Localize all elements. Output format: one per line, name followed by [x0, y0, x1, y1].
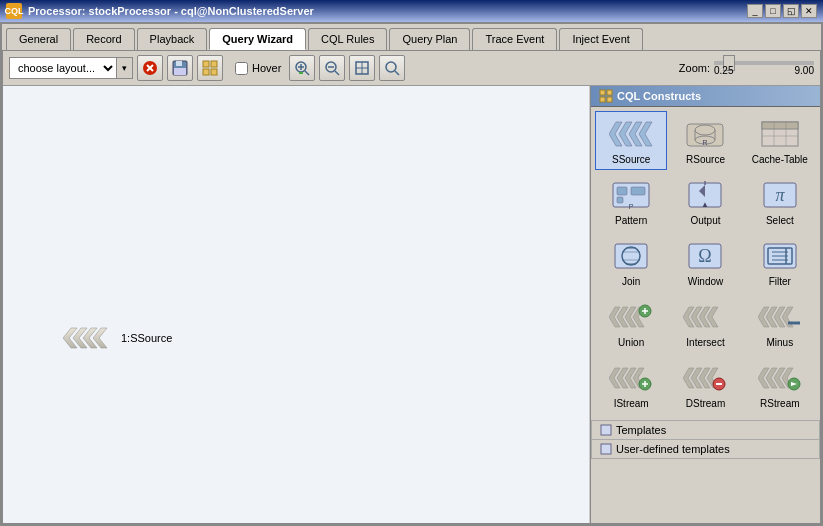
zoom-values: 0.25 9.00 — [714, 65, 814, 76]
constructs-panel: CQL Constructs — [590, 86, 820, 523]
ssource-construct-icon — [609, 116, 653, 152]
rstream-label-text: RStream — [760, 398, 799, 409]
output-label-text: Output — [690, 215, 720, 226]
svg-text:Ω: Ω — [699, 246, 712, 266]
search-button[interactable] — [379, 55, 405, 81]
dstream-label-text: DStream — [686, 398, 725, 409]
istream-label-text: IStream — [614, 398, 649, 409]
tab-general[interactable]: General — [6, 28, 71, 50]
tab-cql-rules[interactable]: CQL Rules — [308, 28, 387, 50]
construct-output[interactable]: ▲ Output — [669, 172, 741, 231]
save-button[interactable] — [167, 55, 193, 81]
templates-label: Templates — [616, 424, 666, 436]
toolbar: choose layout... horizontal vertical tre… — [3, 51, 820, 86]
pattern-construct-icon: P — [609, 177, 653, 213]
rsource-label-text: RSource — [686, 154, 725, 165]
construct-istream[interactable]: IStream — [595, 355, 667, 414]
construct-minus[interactable]: Minus — [744, 294, 816, 353]
filter-construct-icon — [758, 238, 802, 274]
zoom-in-button[interactable] — [289, 55, 315, 81]
tab-playback[interactable]: Playback — [137, 28, 208, 50]
minus-label-text: Minus — [766, 337, 793, 348]
zoom-out-button[interactable] — [319, 55, 345, 81]
zoom-slider-container[interactable]: 0.25 9.00 — [714, 61, 814, 76]
construct-join[interactable]: Join — [595, 233, 667, 292]
construct-union[interactable]: Union — [595, 294, 667, 353]
svg-rect-8 — [203, 69, 209, 75]
svg-rect-28 — [607, 90, 612, 95]
close-button[interactable]: ✕ — [801, 4, 817, 18]
window-controls[interactable]: _ □ ◱ ✕ — [747, 4, 817, 18]
join-label-text: Join — [622, 276, 640, 287]
svg-rect-27 — [600, 90, 605, 95]
output-construct-icon: ▲ — [683, 177, 727, 213]
window-title: Processor: stockProcessor - cql@NonClust… — [28, 5, 314, 17]
svg-rect-30 — [607, 97, 612, 102]
svg-line-11 — [305, 71, 309, 75]
layout-dropdown-arrow[interactable]: ▾ — [117, 57, 133, 79]
tab-query-plan[interactable]: Query Plan — [389, 28, 470, 50]
layout-select-wrap[interactable]: choose layout... horizontal vertical tre… — [9, 57, 133, 79]
construct-intersect[interactable]: Intersect — [669, 294, 741, 353]
tab-content: choose layout... horizontal vertical tre… — [2, 50, 821, 524]
pattern-label-text: Pattern — [615, 215, 647, 226]
svg-rect-49 — [617, 197, 623, 203]
user-defined-templates-label: User-defined templates — [616, 443, 730, 455]
ssource-element[interactable]: 1:SSource — [63, 326, 172, 350]
grid-button[interactable] — [197, 55, 223, 81]
union-construct-icon — [609, 299, 653, 335]
svg-rect-7 — [211, 61, 217, 67]
cache-table-construct-icon — [758, 116, 802, 152]
istream-construct-icon — [609, 360, 653, 396]
restore-button[interactable]: ◱ — [783, 4, 799, 18]
construct-dstream[interactable]: DStream — [669, 355, 741, 414]
app-icon: CQL — [6, 3, 22, 19]
construct-ssource[interactable]: SSource — [595, 111, 667, 170]
minimize-button[interactable]: _ — [747, 4, 763, 18]
tab-query-wizard[interactable]: Query Wizard — [209, 28, 306, 50]
svg-text:P: P — [629, 203, 634, 210]
ssource-label-text: SSource — [612, 154, 650, 165]
constructs-title-text: CQL Constructs — [617, 90, 701, 102]
delete-button[interactable] — [137, 55, 163, 81]
tab-inject-event[interactable]: Inject Event — [559, 28, 642, 50]
constructs-panel-icon — [599, 89, 613, 103]
svg-rect-29 — [600, 97, 605, 102]
dstream-construct-icon — [683, 360, 727, 396]
maximize-button[interactable]: □ — [765, 4, 781, 18]
svg-rect-107 — [601, 444, 611, 454]
construct-rsource[interactable]: R RSource — [669, 111, 741, 170]
ssource-icon — [63, 326, 115, 350]
svg-rect-42 — [762, 122, 798, 129]
tab-trace-event[interactable]: Trace Event — [472, 28, 557, 50]
svg-line-16 — [335, 71, 339, 75]
construct-window[interactable]: Ω Window — [669, 233, 741, 292]
svg-line-22 — [395, 71, 399, 75]
construct-pattern[interactable]: P Pattern — [595, 172, 667, 231]
construct-filter[interactable]: Filter — [744, 233, 816, 292]
canvas-area[interactable]: 1:SSource — [3, 86, 590, 523]
hover-label: Hover — [252, 62, 281, 74]
window-label-text: Window — [688, 276, 724, 287]
construct-rstream[interactable]: RStream — [744, 355, 816, 414]
zoom-section: Zoom: 0.25 9.00 — [679, 61, 814, 76]
title-bar: CQL Processor: stockProcessor - cql@NonC… — [0, 0, 823, 22]
fit-button[interactable] — [349, 55, 375, 81]
svg-rect-6 — [203, 61, 209, 67]
intersect-label-text: Intersect — [686, 337, 724, 348]
layout-select[interactable]: choose layout... horizontal vertical tre… — [9, 57, 117, 79]
tab-record[interactable]: Record — [73, 28, 134, 50]
svg-rect-106 — [601, 425, 611, 435]
construct-select[interactable]: π Select — [744, 172, 816, 231]
hover-checkbox[interactable] — [235, 62, 248, 75]
title-bar-left: CQL Processor: stockProcessor - cql@NonC… — [6, 3, 314, 19]
user-defined-templates-row[interactable]: User-defined templates — [591, 440, 820, 459]
zoom-min: 0.25 — [714, 65, 733, 76]
hover-checkbox-group[interactable]: Hover — [235, 62, 281, 75]
cache-table-label-text: Cache-Table — [752, 154, 808, 165]
svg-rect-48 — [631, 187, 645, 195]
zoom-max: 9.00 — [795, 65, 814, 76]
templates-row[interactable]: Templates — [591, 420, 820, 440]
construct-cache-table[interactable]: Cache-Table — [744, 111, 816, 170]
templates-icon — [600, 424, 612, 436]
